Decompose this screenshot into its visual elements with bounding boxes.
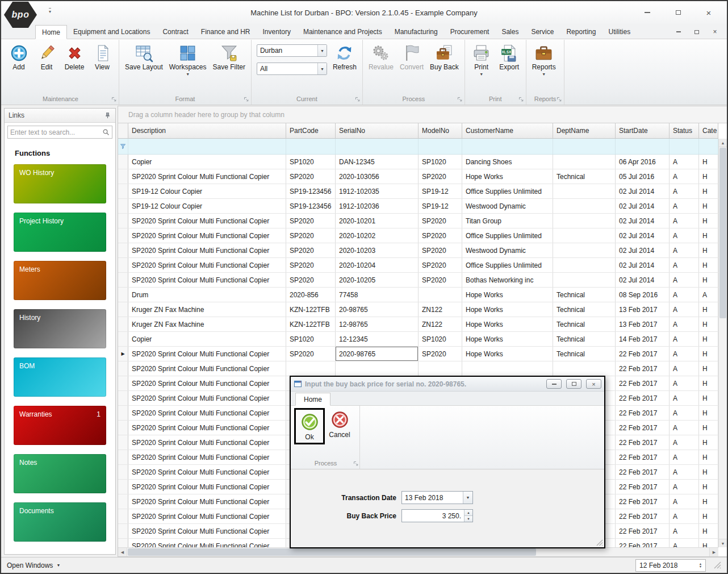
filter-cell[interactable] — [128, 139, 286, 154]
scroll-left-button[interactable]: ◀ — [118, 548, 127, 556]
edit-button[interactable]: Edit — [33, 41, 60, 73]
reports-button[interactable]: Reports▼ — [529, 41, 559, 77]
view-button[interactable]: View — [89, 41, 116, 73]
column-header-description[interactable]: Description — [128, 123, 286, 138]
table-row[interactable]: Kruger ZN Fax MachineKZN-122TFB20-98765Z… — [118, 302, 718, 317]
refresh-button[interactable]: Refresh — [330, 41, 359, 73]
dialog-close-button[interactable]: × — [586, 379, 601, 389]
function-project-history[interactable]: Project History — [14, 213, 106, 252]
scroll-up-button[interactable]: ▲ — [719, 139, 727, 147]
mdi-minimize-button[interactable] — [673, 28, 684, 36]
function-wo-history[interactable]: WO History — [14, 164, 106, 203]
table-row[interactable]: SP19-12 Colour CopierSP19-1234561912-102… — [118, 199, 718, 214]
date-spinner[interactable]: ▲▼ — [697, 563, 704, 568]
table-row[interactable]: Drum2020-85677458Hope WorksTechnical08 S… — [118, 288, 718, 302]
table-row[interactable]: SP2020 Sprint Colour Multi Functional Co… — [118, 169, 718, 184]
tab-finance-and-hr[interactable]: Finance and HR — [195, 25, 257, 39]
tab-utilities[interactable]: Utilities — [602, 25, 637, 39]
current-filter-combo-2[interactable]: All▼ — [257, 63, 327, 75]
table-row[interactable]: SP2020 Sprint Colour Multi Functional Co… — [118, 258, 718, 273]
workspaces-button[interactable]: Workspaces▼ — [166, 41, 210, 77]
cancel-button[interactable]: Cancel — [327, 408, 352, 440]
dialog-launcher-icon[interactable] — [557, 97, 562, 102]
mdi-close-button[interactable]: × — [710, 28, 720, 36]
dialog-maximize-button[interactable] — [566, 379, 581, 389]
scroll-down-button[interactable]: ▼ — [719, 539, 727, 547]
tab-service[interactable]: Service — [525, 25, 560, 39]
table-row[interactable]: SP2020 Sprint Colour Multi Functional Co… — [118, 273, 718, 288]
dialog-titlebar[interactable]: Input the buy back price for serial no. … — [291, 377, 604, 392]
vertical-scrollbar[interactable]: ▲ ▼ — [718, 139, 727, 547]
table-row[interactable]: Kruger ZN Fax MachineKZN-122TFB12-98765Z… — [118, 317, 718, 332]
close-button[interactable]: × — [701, 7, 717, 18]
search-icon[interactable] — [102, 128, 110, 136]
chevron-down-icon[interactable]: ▼ — [317, 45, 327, 56]
horizontal-scroll-thumb[interactable] — [128, 548, 536, 556]
column-header-status[interactable]: Status — [670, 123, 699, 138]
ok-button[interactable]: Ok — [297, 410, 322, 442]
price-spinner[interactable]: ▲▼ — [464, 510, 472, 522]
column-header-deptname[interactable]: DeptName — [553, 123, 616, 138]
dialog-launcher-icon[interactable] — [111, 97, 117, 102]
table-row[interactable]: CopierSP102012-12345SP1020Hope WorksTech… — [118, 332, 718, 347]
sidebar-search[interactable] — [7, 126, 112, 139]
filter-cell[interactable] — [419, 139, 462, 154]
export-button[interactable]: XLSXExport — [496, 41, 523, 73]
table-row[interactable]: SP2020 Sprint Colour Multi Functional Co… — [118, 243, 718, 258]
column-header-partcode[interactable]: PartCode — [286, 123, 336, 138]
dialog-launcher-icon[interactable] — [353, 461, 359, 467]
function-meters[interactable]: Meters — [14, 261, 106, 300]
column-header-serialno[interactable]: SerialNo — [336, 123, 419, 138]
open-windows-dropdown[interactable]: Open Windows ▼ — [7, 561, 60, 569]
group-by-bar[interactable]: Drag a column header here to group by th… — [118, 106, 727, 123]
transaction-date-combo[interactable]: 13 Feb 2018 ▼ — [401, 491, 473, 504]
dialog-launcher-icon[interactable] — [355, 97, 361, 102]
tab-reporting[interactable]: Reporting — [560, 25, 602, 39]
table-row[interactable]: SP2020 Sprint Colour Multi Functional Co… — [118, 228, 718, 243]
filter-cell[interactable] — [336, 139, 419, 154]
delete-button[interactable]: Delete — [61, 41, 88, 73]
buy-back-button[interactable]: Buy Back — [427, 41, 462, 73]
table-row[interactable]: ▶SP2020 Sprint Colour Multi Functional C… — [118, 347, 718, 361]
vertical-scroll-thumb[interactable] — [719, 148, 726, 318]
column-header-cate[interactable]: Cate — [699, 123, 718, 138]
column-header-customername[interactable]: CustomerName — [462, 123, 553, 138]
filter-cell[interactable] — [670, 139, 699, 154]
filter-cell[interactable] — [616, 139, 670, 154]
minimize-button[interactable] — [639, 7, 655, 18]
dialog-minimize-button[interactable] — [546, 379, 562, 389]
filter-cell[interactable] — [699, 139, 718, 154]
filter-cell[interactable] — [462, 139, 553, 154]
status-date-editor[interactable]: 12 Feb 2018 ▲▼ — [635, 559, 706, 572]
maximize-button[interactable] — [670, 7, 686, 18]
function-warranties[interactable]: Warranties1 — [14, 406, 106, 445]
function-notes[interactable]: Notes — [14, 454, 106, 493]
dialog-launcher-icon[interactable] — [457, 97, 463, 102]
scroll-right-button[interactable]: ▶ — [709, 548, 718, 556]
add-button[interactable]: Add — [5, 41, 32, 73]
resize-grip-icon[interactable] — [714, 561, 721, 569]
save-layout-button[interactable]: Save Layout — [122, 41, 166, 73]
dialog-resize-grip[interactable] — [596, 539, 603, 546]
table-row[interactable]: SP19-12 Colour CopierSP19-1234561912-102… — [118, 184, 718, 199]
table-row[interactable]: SP2020 Sprint Colour Multi Functional Co… — [118, 361, 718, 376]
mdi-restore-button[interactable] — [692, 28, 702, 36]
tab-inventory[interactable]: Inventory — [257, 25, 297, 39]
column-header-startdate[interactable]: StartDate — [616, 123, 670, 138]
function-history[interactable]: History — [14, 309, 106, 348]
horizontal-scrollbar[interactable]: ◀ ▶ — [118, 547, 718, 556]
tab-home[interactable]: Home — [35, 25, 67, 39]
column-header-modelno[interactable]: ModelNo — [419, 123, 462, 138]
table-row[interactable]: SP2020 Sprint Colour Multi Functional Co… — [118, 214, 718, 228]
pin-icon[interactable] — [104, 112, 111, 119]
chevron-down-icon[interactable]: ▼ — [463, 492, 472, 504]
tab-equipment-and-locations[interactable]: Equipment and Locations — [67, 25, 156, 39]
save-filter-button[interactable]: Save Filter — [210, 41, 248, 73]
function-bom[interactable]: BOM — [14, 357, 106, 397]
search-input[interactable] — [10, 128, 102, 136]
function-documents[interactable]: Documents — [14, 502, 106, 542]
tab-manufacturing[interactable]: Manufacturing — [388, 25, 444, 39]
buy-back-price-input[interactable]: 3 250. ▲▼ — [401, 509, 473, 522]
table-row[interactable]: CopierSP1020DAN-12345SP1020Dancing Shoes… — [118, 155, 718, 169]
filter-cell[interactable] — [286, 139, 336, 154]
